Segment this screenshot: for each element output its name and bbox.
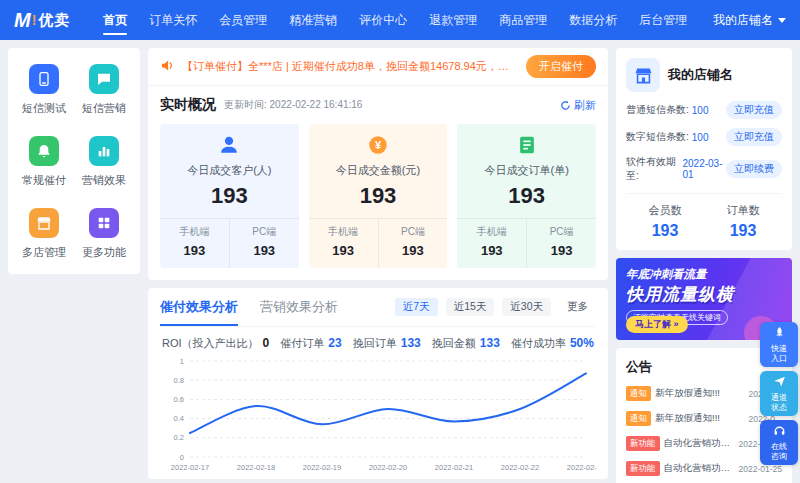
nav-item-order-care[interactable]: 订单关怀 xyxy=(138,0,208,40)
notice-badge: 通知 xyxy=(626,411,651,426)
svg-text:2022-02-22: 2022-02-22 xyxy=(501,463,539,472)
announcement-text: 新年放假通知!!! xyxy=(655,412,744,425)
mobile-stat: 手机端 193 xyxy=(309,219,379,268)
row-label: 数字短信条数: xyxy=(626,130,689,144)
sub-value: 193 xyxy=(230,243,299,258)
tab-marketing-analysis[interactable]: 营销效果分析 xyxy=(260,288,338,326)
announcement-item[interactable]: 新功能 自动化营销功能上线 2022-01-25 xyxy=(626,461,782,476)
filter-15d[interactable]: 近15天 xyxy=(446,298,495,316)
notice-bar: 【订单催付】全***店 | 近期催付成功8单，挽回金额14678.94元，催付成… xyxy=(148,48,608,86)
quick-item-multi-store[interactable]: 多店管理 xyxy=(22,208,66,260)
sub-label: PC端 xyxy=(230,225,299,239)
row-value: 2022-03-01 xyxy=(682,158,726,180)
stat-card-customers: 今日成交客户(人) 193 手机端 193 PC端 193 xyxy=(160,124,299,268)
refresh-button[interactable]: 刷新 xyxy=(560,98,596,113)
svg-text:0.8: 0.8 xyxy=(174,376,184,385)
announcement-date: 2022-01-25 xyxy=(739,464,782,474)
sub-value: 193 xyxy=(379,243,448,258)
customers-icon xyxy=(160,134,299,159)
sub-label: PC端 xyxy=(379,225,448,239)
filter-7d[interactable]: 近7天 xyxy=(395,298,438,316)
logo-accent: ! xyxy=(32,12,37,28)
shop-account-menu[interactable]: 我的店铺名 xyxy=(713,12,786,29)
float-btn-quick-entry[interactable]: 快速入口 xyxy=(760,322,798,367)
recovered-amount-stat: 挽回金额133 xyxy=(432,336,500,351)
quick-item-regular-reminder[interactable]: 常规催付 xyxy=(22,136,66,188)
nav-item-products[interactable]: 商品管理 xyxy=(488,0,558,40)
sub-label: 手机端 xyxy=(309,225,378,239)
nav-item-admin[interactable]: 后台管理 xyxy=(628,0,698,40)
announcement-text: 自动化营销功能上线 xyxy=(664,462,735,475)
bell-icon xyxy=(29,136,59,166)
nav-item-refunds[interactable]: 退款管理 xyxy=(418,0,488,40)
announcement-item[interactable]: 新功能 自动化营销功能上线 2022-01-25 xyxy=(626,436,782,451)
svg-text:1: 1 xyxy=(180,357,184,366)
float-btn-channel-status[interactable]: 通道状态 xyxy=(760,371,798,416)
sub-value: 193 xyxy=(160,243,229,258)
svg-text:2022-02-20: 2022-02-20 xyxy=(369,463,407,472)
shop-info-card: 我的店铺名 普通短信条数: 100 立即充值 数字短信条数: 100 立即充值 … xyxy=(616,48,792,250)
refresh-label: 刷新 xyxy=(574,98,596,113)
stat-value: 193 xyxy=(457,178,596,219)
filter-more[interactable]: 更多 xyxy=(559,298,596,316)
quick-item-more-features[interactable]: 更多功能 xyxy=(82,208,126,260)
stat-value: 193 xyxy=(309,178,448,219)
announcement-item[interactable]: 通知 新年放假通知!!! 2022-0... xyxy=(626,386,782,401)
svg-text:0.4: 0.4 xyxy=(174,414,184,423)
nav-item-home[interactable]: 首页 xyxy=(92,0,138,40)
recharge-button[interactable]: 立即充值 xyxy=(726,128,782,146)
stat-label: 今日成交金额(元) xyxy=(309,163,448,178)
stat-value: 193 xyxy=(160,178,299,219)
members-value: 193 xyxy=(626,222,704,240)
announcements-title: 公告 xyxy=(626,358,782,376)
main-nav: 首页 订单关怀 会员管理 精准营销 评价中心 退款管理 商品管理 数据分析 后台… xyxy=(92,0,698,40)
recovered-orders-stat: 挽回订单133 xyxy=(353,336,421,351)
reminder-orders-stat: 催付订单23 xyxy=(280,336,341,351)
app-logo: M!优卖 xyxy=(14,10,70,30)
overview-updated-time: 更新时间: 2022-02-22 16:41:16 xyxy=(224,98,552,112)
overview-card: 【订单催付】全***店 | 近期催付成功8单，挽回金额14678.94元，催付成… xyxy=(148,48,608,280)
quick-item-label: 短信测试 xyxy=(22,101,66,116)
orders-count: 订单数 193 xyxy=(704,203,782,240)
pc-stat: PC端 193 xyxy=(379,219,448,268)
floating-sidebar: 快速入口 通道状态 在线咨询 xyxy=(760,322,798,465)
grid-icon xyxy=(89,208,119,238)
quick-item-sms-test[interactable]: 短信测试 xyxy=(22,64,66,116)
promo-cta-button[interactable]: 马上了解 » xyxy=(626,316,688,333)
renew-button[interactable]: 立即续费 xyxy=(726,160,782,178)
svg-text:0.2: 0.2 xyxy=(174,433,184,442)
feature-badge: 新功能 xyxy=(626,436,660,451)
members-count: 会员数 193 xyxy=(626,203,704,240)
sub-label: 手机端 xyxy=(457,225,526,239)
start-reminder-button[interactable]: 开启催付 xyxy=(526,55,596,78)
float-btn-online-service[interactable]: 在线咨询 xyxy=(760,420,798,465)
stat-label: 今日成交客户(人) xyxy=(160,163,299,178)
filter-30d[interactable]: 近30天 xyxy=(502,298,551,316)
headset-icon xyxy=(773,424,786,440)
nav-item-data-analysis[interactable]: 数据分析 xyxy=(558,0,628,40)
nav-item-precision-marketing[interactable]: 精准营销 xyxy=(278,0,348,40)
megaphone-icon xyxy=(160,58,175,76)
sub-value: 193 xyxy=(527,243,596,258)
svg-text:0.6: 0.6 xyxy=(174,395,184,404)
quick-item-marketing-effect[interactable]: 营销效果 xyxy=(82,136,126,188)
digital-sms-balance-row: 数字短信条数: 100 立即充值 xyxy=(626,128,782,146)
svg-text:2022-02-19: 2022-02-19 xyxy=(303,463,341,472)
nav-item-members[interactable]: 会员管理 xyxy=(208,0,278,40)
tab-reminder-analysis[interactable]: 催付效果分析 xyxy=(160,288,238,326)
sub-label: PC端 xyxy=(527,225,596,239)
announcement-item[interactable]: 通知 新年放假通知!!! 2022-0... xyxy=(626,411,782,426)
recharge-button[interactable]: 立即充值 xyxy=(726,101,782,119)
orders-label: 订单数 xyxy=(704,203,782,218)
main-content: 【订单催付】全***店 | 近期催付成功8单，挽回金额14678.94元，催付成… xyxy=(148,48,608,483)
nav-item-review-center[interactable]: 评价中心 xyxy=(348,0,418,40)
row-label: 普通短信条数: xyxy=(626,103,689,117)
refresh-icon xyxy=(560,100,571,111)
quick-item-sms-marketing[interactable]: 短信营销 xyxy=(82,64,126,116)
quick-item-label: 短信营销 xyxy=(82,101,126,116)
announcement-text: 自动化营销功能上线 xyxy=(664,437,735,450)
quick-item-label: 营销效果 xyxy=(82,173,126,188)
analysis-card: 催付效果分析 营销效果分析 近7天 近15天 近30天 更多 ROI（投入产出比… xyxy=(148,288,608,479)
storefront-icon xyxy=(626,58,660,92)
row-value: 100 xyxy=(692,105,709,116)
